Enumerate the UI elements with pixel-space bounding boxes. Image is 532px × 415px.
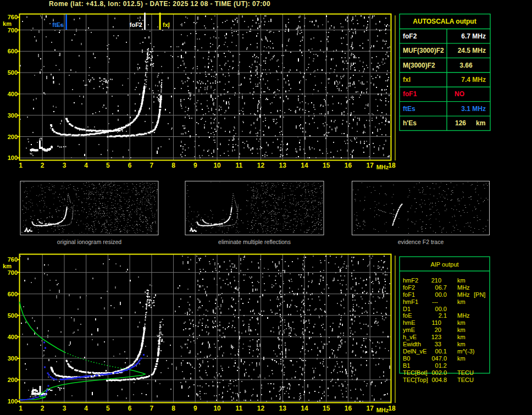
svg-text:3.66: 3.66 xyxy=(459,62,473,69)
svg-text:760: 760 xyxy=(8,14,18,20)
svg-text:500: 500 xyxy=(8,312,18,319)
svg-text:18: 18 xyxy=(388,405,396,412)
svg-text:00.0: 00.0 xyxy=(435,306,447,312)
svg-text:200: 200 xyxy=(8,134,18,140)
svg-text:5: 5 xyxy=(106,405,110,412)
svg-text:01.2: 01.2 xyxy=(435,362,447,369)
svg-text:10: 10 xyxy=(213,405,221,412)
svg-text:20: 20 xyxy=(435,327,441,333)
svg-text:---: --- xyxy=(432,298,438,305)
svg-text:700: 700 xyxy=(8,27,18,34)
svg-text:km: km xyxy=(476,119,485,127)
svg-text:8: 8 xyxy=(171,162,175,169)
svg-text:100: 100 xyxy=(8,398,18,405)
svg-text:ftEs: ftEs xyxy=(403,105,415,113)
svg-text:TEC[Top]: TEC[Top] xyxy=(403,377,428,383)
svg-text:4: 4 xyxy=(84,405,88,412)
svg-text:NO: NO xyxy=(455,90,464,98)
svg-text:km: km xyxy=(457,341,465,347)
svg-text:18: 18 xyxy=(388,162,396,169)
svg-text:6: 6 xyxy=(128,162,132,169)
svg-text:400: 400 xyxy=(8,334,18,340)
svg-text:ymE: ymE xyxy=(403,327,415,333)
svg-text:002.0: 002.0 xyxy=(431,369,447,376)
svg-text:11: 11 xyxy=(235,405,242,412)
svg-text:2: 2 xyxy=(41,405,45,412)
svg-text:004.8: 004.8 xyxy=(431,377,447,383)
svg-text:m^(-3): m^(-3) xyxy=(457,348,474,355)
svg-text:foF1: foF1 xyxy=(403,291,415,298)
svg-text:AIP output: AIP output xyxy=(430,261,458,268)
svg-text:MUF(3000)F2: MUF(3000)F2 xyxy=(403,47,444,54)
svg-text:1: 1 xyxy=(19,162,23,169)
svg-text:km: km xyxy=(3,263,12,269)
svg-text:7: 7 xyxy=(150,162,154,169)
svg-text:eliminate multiple reflections: eliminate multiple reflections xyxy=(218,239,291,245)
svg-text:9: 9 xyxy=(193,162,197,169)
svg-text:300: 300 xyxy=(8,355,18,362)
svg-text:km: km xyxy=(3,20,12,27)
svg-text:14: 14 xyxy=(301,162,308,169)
svg-text:15: 15 xyxy=(323,405,330,412)
svg-text:9: 9 xyxy=(193,405,197,412)
svg-text:B1: B1 xyxy=(403,362,410,369)
svg-text:16: 16 xyxy=(345,162,352,169)
svg-text:00.0: 00.0 xyxy=(435,291,447,298)
svg-text:700: 700 xyxy=(8,269,18,276)
svg-text:MHz: MHz xyxy=(376,164,389,170)
svg-text:fxI: fxI xyxy=(403,76,411,84)
svg-text:B0: B0 xyxy=(403,355,410,362)
svg-text:hmE: hmE xyxy=(403,319,415,326)
svg-text:600: 600 xyxy=(8,291,18,297)
svg-text:D1: D1 xyxy=(403,306,411,312)
svg-text:16: 16 xyxy=(345,405,352,412)
svg-text:760: 760 xyxy=(8,256,18,263)
svg-text:3: 3 xyxy=(63,405,66,412)
svg-text:MHz: MHz xyxy=(457,284,470,291)
svg-text:2: 2 xyxy=(41,162,45,169)
svg-text:km: km xyxy=(457,355,465,362)
svg-text:foF1: foF1 xyxy=(403,90,417,98)
svg-text:12: 12 xyxy=(257,162,265,169)
svg-text:km: km xyxy=(457,327,465,333)
svg-text:MHz: MHz xyxy=(457,291,470,298)
svg-text:DelN_vE: DelN_vE xyxy=(403,348,426,355)
svg-text:Ewidth: Ewidth xyxy=(403,341,421,347)
svg-text:4: 4 xyxy=(84,162,88,169)
svg-text:3.1 MHz: 3.1 MHz xyxy=(461,105,486,113)
svg-text:17: 17 xyxy=(367,405,374,412)
svg-text:fxI: fxI xyxy=(163,21,170,28)
svg-text:foF2: foF2 xyxy=(403,284,415,291)
svg-text:1: 1 xyxy=(19,405,23,412)
svg-text:126: 126 xyxy=(455,119,466,127)
svg-text:17: 17 xyxy=(367,162,374,169)
svg-text:00.1: 00.1 xyxy=(435,348,447,355)
svg-text:12: 12 xyxy=(257,405,265,412)
svg-text:06.7: 06.7 xyxy=(435,284,447,291)
svg-text:km: km xyxy=(457,319,465,326)
svg-text:123: 123 xyxy=(431,334,441,340)
svg-text:original ionogram resized: original ionogram resized xyxy=(57,239,121,245)
svg-text:TECU: TECU xyxy=(457,377,474,383)
svg-text:13: 13 xyxy=(279,162,287,169)
svg-text:200: 200 xyxy=(8,377,18,383)
svg-text:km: km xyxy=(457,277,465,284)
svg-text:11: 11 xyxy=(235,162,242,169)
svg-text:hmF2: hmF2 xyxy=(403,277,418,284)
svg-text:33: 33 xyxy=(435,341,441,347)
svg-text:210: 210 xyxy=(431,277,441,284)
svg-text:15: 15 xyxy=(323,162,330,169)
svg-text:8: 8 xyxy=(171,405,175,412)
svg-text:10: 10 xyxy=(213,162,221,169)
svg-text:foF2: foF2 xyxy=(130,21,142,28)
svg-text:evidence F2 trace: evidence F2 trace xyxy=(398,239,444,245)
svg-text:MHz: MHz xyxy=(457,312,470,319)
svg-text:foF2: foF2 xyxy=(403,32,417,40)
svg-text:6: 6 xyxy=(128,405,132,412)
svg-text:TEC[Bot]: TEC[Bot] xyxy=(403,369,428,376)
svg-text:km: km xyxy=(457,334,465,340)
svg-text:100: 100 xyxy=(8,154,18,161)
svg-text:13: 13 xyxy=(279,405,287,412)
svg-text:110: 110 xyxy=(431,319,441,326)
svg-text:500: 500 xyxy=(8,69,18,76)
